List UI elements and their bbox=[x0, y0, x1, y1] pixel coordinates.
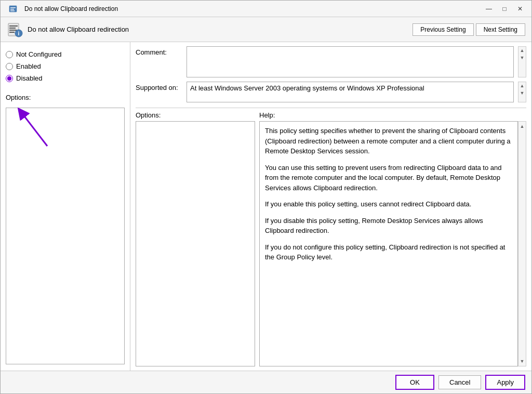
svg-rect-1 bbox=[10, 7, 16, 8]
help-p4: If you disable this policy setting, Remo… bbox=[265, 216, 512, 236]
policy-icon: i bbox=[7, 21, 23, 38]
header-nav-buttons: Previous Setting Next Setting bbox=[413, 23, 525, 36]
help-p3: If you enable this policy setting, users… bbox=[265, 199, 512, 209]
radio-group: Not Configured Enabled Disabled bbox=[6, 50, 125, 82]
divider bbox=[136, 108, 526, 108]
options-box bbox=[6, 108, 125, 364]
help-p2: You can use this setting to prevent user… bbox=[265, 163, 512, 193]
previous-setting-button[interactable]: Previous Setting bbox=[413, 23, 473, 36]
ok-button[interactable]: OK bbox=[395, 375, 434, 390]
right-panel: Comment: ▲ ▼ Supported on: At least Wind… bbox=[130, 42, 531, 371]
supported-label: Supported on: bbox=[136, 82, 182, 91]
apply-button[interactable]: Apply bbox=[485, 375, 525, 390]
help-scrollbar[interactable]: ▲ ▼ bbox=[518, 121, 526, 366]
svg-text:i: i bbox=[18, 31, 20, 36]
radio-not-configured-input[interactable] bbox=[6, 51, 13, 58]
scroll-up-arrow[interactable]: ▲ bbox=[519, 47, 526, 54]
header-left: i Do not allow Clipboard redirection bbox=[7, 21, 129, 38]
help-panel-label: Help: bbox=[259, 111, 275, 119]
main-window: Do not allow Clipboard redirection — □ ✕… bbox=[0, 0, 532, 394]
close-button[interactable]: ✕ bbox=[513, 4, 527, 14]
title-bar-left: Do not allow Clipboard redirection bbox=[5, 1, 118, 17]
header-title: Do not allow Clipboard redirection bbox=[28, 25, 129, 33]
minimize-button[interactable]: — bbox=[482, 4, 496, 14]
svg-rect-8 bbox=[9, 32, 15, 33]
radio-disabled-input[interactable] bbox=[6, 75, 13, 82]
next-setting-button[interactable]: Next Setting bbox=[476, 23, 525, 36]
window-icon bbox=[5, 1, 21, 17]
svg-rect-5 bbox=[9, 25, 18, 27]
content-area: Not Configured Enabled Disabled bbox=[1, 42, 531, 371]
supported-scroll-down[interactable]: ▼ bbox=[519, 89, 526, 97]
help-scroll-up[interactable]: ▲ bbox=[519, 123, 526, 130]
scroll-down-arrow[interactable]: ▼ bbox=[519, 54, 526, 61]
disabled-label: Disabled bbox=[16, 74, 43, 82]
radio-enabled-input[interactable] bbox=[6, 63, 13, 70]
help-p5: If you do not configure this policy sett… bbox=[265, 242, 512, 262]
comment-row: Comment: ▲ ▼ bbox=[136, 46, 526, 77]
supported-row: Supported on: At least Windows Server 20… bbox=[136, 82, 526, 102]
svg-rect-3 bbox=[10, 10, 15, 11]
help-p1: This policy setting specifies whether to… bbox=[265, 126, 512, 156]
radio-disabled[interactable]: Disabled bbox=[6, 74, 125, 82]
help-panel-wrapper: This policy setting specifies whether to… bbox=[259, 121, 526, 366]
options-section-label: Options: bbox=[6, 94, 125, 101]
radio-enabled[interactable]: Enabled bbox=[6, 62, 125, 70]
options-panel bbox=[136, 121, 255, 366]
radio-not-configured[interactable]: Not Configured bbox=[6, 50, 125, 58]
footer-bar: OK Cancel Apply bbox=[1, 371, 531, 393]
bottom-panels: This policy setting specifies whether to… bbox=[136, 121, 526, 366]
supported-scrollbar[interactable]: ▲ ▼ bbox=[518, 82, 526, 102]
window-title: Do not allow Clipboard redirection bbox=[24, 5, 118, 12]
svg-rect-2 bbox=[10, 9, 14, 10]
comment-textarea[interactable] bbox=[187, 46, 514, 77]
cancel-button[interactable]: Cancel bbox=[438, 375, 481, 389]
help-scroll-down[interactable]: ▼ bbox=[519, 358, 526, 365]
comment-label: Comment: bbox=[136, 46, 182, 56]
svg-rect-6 bbox=[9, 28, 16, 29]
options-panel-label: Options: bbox=[136, 111, 255, 119]
supported-value: At least Windows Server 2003 operating s… bbox=[187, 82, 514, 102]
bottom-labels: Options: Help: bbox=[136, 111, 526, 119]
not-configured-label: Not Configured bbox=[16, 50, 61, 58]
enabled-label: Enabled bbox=[16, 62, 41, 70]
maximize-button[interactable]: □ bbox=[497, 4, 512, 14]
window-controls: — □ ✕ bbox=[482, 4, 527, 14]
header-bar: i Do not allow Clipboard redirection Pre… bbox=[1, 17, 531, 42]
help-panel: This policy setting specifies whether to… bbox=[259, 121, 518, 366]
left-panel: Not Configured Enabled Disabled bbox=[1, 42, 130, 371]
svg-rect-7 bbox=[9, 30, 17, 31]
comment-scrollbar[interactable]: ▲ ▼ bbox=[518, 46, 526, 77]
title-bar: Do not allow Clipboard redirection — □ ✕ bbox=[1, 1, 531, 17]
supported-scroll-up[interactable]: ▲ bbox=[519, 82, 526, 89]
